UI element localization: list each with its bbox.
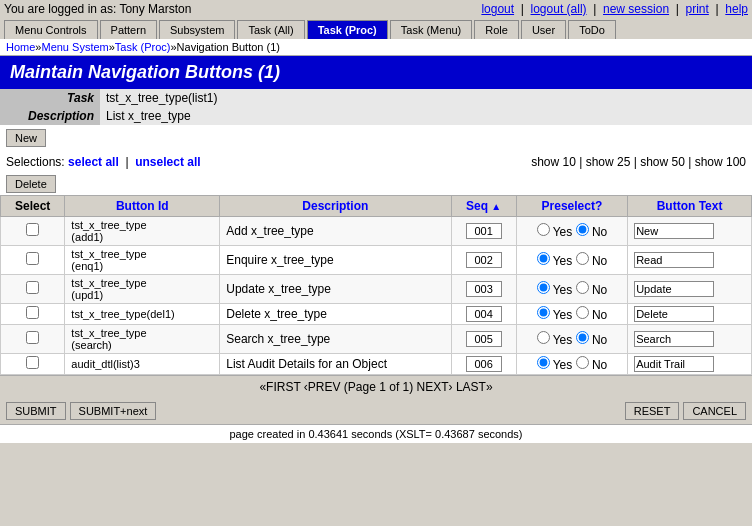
breadcrumb-task-proc[interactable]: Task (Proc): [115, 41, 171, 53]
col-seq-link[interactable]: Seq ▲: [466, 199, 501, 213]
breadcrumb: Home»Menu System»Task (Proc)»Navigation …: [0, 39, 752, 56]
row-button-id: audit_dtl(list)3: [65, 354, 220, 375]
selections-left: Selections: select all | unselect all: [6, 155, 201, 169]
breadcrumb-menu-system[interactable]: Menu System: [41, 41, 108, 53]
preselect-yes-radio[interactable]: [537, 306, 550, 319]
row-checkbox[interactable]: [26, 306, 39, 319]
seq-input[interactable]: [466, 252, 502, 268]
pagination-text: «FIRST ‹PREV (Page 1 of 1) NEXT› LAST»: [259, 380, 492, 394]
status-text: page created in 0.43641 seconds (XSLT= 0…: [229, 428, 522, 440]
seq-input[interactable]: [466, 306, 502, 322]
preselect-yes-label: Yes: [550, 308, 576, 322]
button-text-input[interactable]: [634, 356, 714, 372]
col-button-text-link[interactable]: Button Text: [657, 199, 723, 213]
logout-link[interactable]: logout: [481, 2, 514, 16]
row-checkbox[interactable]: [26, 331, 39, 344]
submit-next-button[interactable]: SUBMIT+next: [70, 402, 157, 420]
tab-task-proc[interactable]: Task (Proc): [307, 20, 388, 39]
row-seq: [451, 304, 516, 325]
preselect-no-radio[interactable]: [576, 306, 589, 319]
row-preselect: Yes No: [516, 246, 627, 275]
task-value: tst_x_tree_type(list1): [100, 89, 752, 107]
seq-input[interactable]: [466, 281, 502, 297]
tab-subsystem[interactable]: Subsystem: [159, 20, 235, 39]
preselect-no-label: No: [589, 283, 608, 297]
reset-button[interactable]: RESET: [625, 402, 680, 420]
row-checkbox[interactable]: [26, 223, 39, 236]
preselect-yes-radio[interactable]: [537, 223, 550, 236]
button-text-input[interactable]: [634, 306, 714, 322]
button-text-input[interactable]: [634, 252, 714, 268]
seq-input[interactable]: [466, 331, 502, 347]
cancel-button[interactable]: CANCEL: [683, 402, 746, 420]
row-button-text: [628, 325, 752, 354]
toolbar: New: [0, 125, 752, 151]
tabs-bar: Menu Controls Pattern Subsystem Task (Al…: [0, 18, 752, 39]
unselect-all-link[interactable]: unselect all: [135, 155, 200, 169]
preselect-no-radio[interactable]: [576, 223, 589, 236]
col-seq: Seq ▲: [451, 196, 516, 217]
new-session-link[interactable]: new session: [603, 2, 669, 16]
row-description: Update x_tree_type: [220, 275, 451, 304]
tab-pattern[interactable]: Pattern: [100, 20, 157, 39]
button-text-input[interactable]: [634, 281, 714, 297]
row-button-text: [628, 217, 752, 246]
delete-button[interactable]: Delete: [6, 175, 56, 193]
preselect-no-label: No: [589, 308, 608, 322]
preselect-no-radio[interactable]: [576, 331, 589, 344]
row-checkbox[interactable]: [26, 281, 39, 294]
row-seq: [451, 354, 516, 375]
select-all-link[interactable]: select all: [68, 155, 119, 169]
row-preselect: Yes No: [516, 354, 627, 375]
preselect-no-radio[interactable]: [576, 356, 589, 369]
preselect-yes-radio[interactable]: [537, 281, 550, 294]
status-bar: page created in 0.43641 seconds (XSLT= 0…: [0, 424, 752, 443]
tab-task-menu[interactable]: Task (Menu): [390, 20, 473, 39]
row-description: List Audit Details for an Object: [220, 354, 451, 375]
tab-task-all[interactable]: Task (All): [237, 20, 304, 39]
row-seq: [451, 275, 516, 304]
col-button-id-link[interactable]: Button Id: [116, 199, 169, 213]
show-options: show 10 | show 25 | show 50 | show 100: [531, 155, 746, 169]
seq-input[interactable]: [466, 223, 502, 239]
button-text-input[interactable]: [634, 223, 714, 239]
selections-right: show 10 | show 25 | show 50 | show 100: [531, 155, 746, 169]
preselect-no-label: No: [589, 333, 608, 347]
row-checkbox[interactable]: [26, 356, 39, 369]
preselect-yes-label: Yes: [550, 333, 576, 347]
content-area: Task tst_x_tree_type(list1) Description …: [0, 89, 752, 443]
preselect-yes-radio[interactable]: [537, 252, 550, 265]
tab-user[interactable]: User: [521, 20, 566, 39]
table-row: tst_x_tree_type (add1)Add x_tree_type Ye…: [1, 217, 752, 246]
desc-value: List x_tree_type: [100, 107, 752, 125]
tab-todo[interactable]: ToDo: [568, 20, 616, 39]
tab-menu-controls[interactable]: Menu Controls: [4, 20, 98, 39]
print-link[interactable]: print: [686, 2, 709, 16]
logout-all-link[interactable]: logout (all): [531, 2, 587, 16]
preselect-no-radio[interactable]: [576, 281, 589, 294]
new-button[interactable]: New: [6, 129, 46, 147]
button-text-input[interactable]: [634, 331, 714, 347]
desc-label: Description: [0, 107, 100, 125]
preselect-no-radio[interactable]: [576, 252, 589, 265]
tab-role[interactable]: Role: [474, 20, 519, 39]
col-description-link[interactable]: Description: [302, 199, 368, 213]
col-preselect-link[interactable]: Preselect?: [542, 199, 603, 213]
submit-button[interactable]: SUBMIT: [6, 402, 66, 420]
seq-input[interactable]: [466, 356, 502, 372]
bottom-right: RESET CANCEL: [625, 402, 746, 420]
row-checkbox[interactable]: [26, 252, 39, 265]
row-button-text: [628, 304, 752, 325]
row-button-id: tst_x_tree_type (add1): [65, 217, 220, 246]
preselect-yes-radio[interactable]: [537, 331, 550, 344]
help-link[interactable]: help: [725, 2, 748, 16]
breadcrumb-home[interactable]: Home: [6, 41, 35, 53]
table-row: audit_dtl(list)3List Audit Details for a…: [1, 354, 752, 375]
preselect-yes-radio[interactable]: [537, 356, 550, 369]
row-preselect: Yes No: [516, 275, 627, 304]
col-preselect: Preselect?: [516, 196, 627, 217]
preselect-no-label: No: [589, 225, 608, 239]
table-row: tst_x_tree_type (upd1)Update x_tree_type…: [1, 275, 752, 304]
row-description: Enquire x_tree_type: [220, 246, 451, 275]
pagination: «FIRST ‹PREV (Page 1 of 1) NEXT› LAST»: [0, 375, 752, 398]
